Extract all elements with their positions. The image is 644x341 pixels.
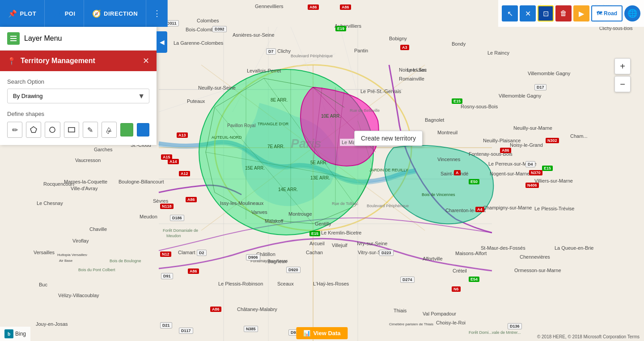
road-badge-e50: E50: [469, 179, 479, 184]
svg-line-15: [340, 27, 362, 112]
direction-button[interactable]: 🧭 DIRECTION: [84, 0, 147, 27]
layer-icon: [7, 32, 20, 45]
huttopia-label: Huttopia Versailles·: [57, 253, 88, 257]
city-bobigny: Bobigny: [389, 36, 407, 41]
zoom-out-button[interactable]: −: [614, 76, 631, 92]
city-villiers-sur-marne: Villiers-sur-Marne: [534, 178, 573, 183]
more-button[interactable]: ⋮: [146, 0, 168, 27]
svg-rect-38: [10, 38, 17, 39]
district-bois-vincennes: Bois de Vincennes: [422, 192, 455, 197]
road-badge-a86-s: A86: [188, 269, 199, 274]
bing-watermark: b Bing: [0, 327, 30, 341]
select-tool-button[interactable]: ⊡: [538, 5, 554, 21]
zoom-in-button[interactable]: +: [614, 58, 631, 74]
road-badge-n6: N6: [452, 286, 461, 292]
view-data-icon: 📊: [303, 330, 310, 337]
circle-button[interactable]: [45, 122, 60, 138]
svg-line-23: [264, 219, 313, 224]
top-toolbar: 📌 PLOT 👤 POI 🧭 DIRECTION ⋮ ↖ ✕ ⊡ 🗑 ▶ 🗺 R…: [0, 0, 644, 27]
color-swatch-green[interactable]: [120, 123, 133, 136]
air-base-label: Air Base: [59, 259, 72, 263]
erase-button[interactable]: [102, 122, 117, 138]
svg-line-29: [206, 152, 356, 179]
left-panel: Layer Menu 📍 Territory Management ✕ Sear…: [0, 27, 157, 145]
plot-button[interactable]: 📌 PLOT: [0, 0, 45, 27]
color-swatch-blue[interactable]: [137, 123, 150, 136]
city-alfortville: Alfortville: [423, 256, 443, 261]
bottom-bar: b Bing 📊 View Data © 2018 HERE, © 2018 M…: [0, 325, 644, 341]
city-arcueil: Arcueil: [309, 241, 325, 246]
zoom-controls: + −: [614, 58, 631, 92]
svg-line-34: [335, 90, 344, 166]
city-velizy: Vélizy-Villacoublay: [58, 293, 99, 298]
cursor-button[interactable]: ↖: [502, 5, 518, 21]
svg-line-12: [159, 54, 335, 112]
svg-line-13: [291, 27, 335, 134]
territory-header: 📍 Territory Management ✕: [0, 51, 157, 71]
view-data-button[interactable]: 📊 View Data: [296, 327, 347, 339]
road-button[interactable]: 🗺 Road: [591, 5, 623, 21]
city-champigny: Champigny-sur-Marne: [483, 205, 532, 210]
road-badge-d17: D17: [534, 84, 547, 90]
toolbar-right: ↖ ✕ ⊡ 🗑 ▶ 🗺 Road 🌐: [498, 0, 644, 27]
plot-icon: 📌: [8, 9, 17, 18]
road-badge-a14: A14: [168, 159, 179, 164]
bing-label: Bing: [15, 331, 26, 337]
city-st-maur: St-Maur-des-Fossés: [481, 245, 525, 251]
forward-button[interactable]: ▶: [573, 5, 589, 21]
draw-pencil-button[interactable]: ✏: [7, 122, 22, 138]
district-jardin: JARDIN DE REUILLY: [369, 168, 408, 172]
create-territory-tooltip[interactable]: Create new territory: [354, 131, 423, 146]
svg-line-28: [215, 107, 313, 224]
city-ormesson: Ormesson-sur-Marne: [514, 268, 561, 273]
svg-point-1: [215, 65, 411, 230]
city-romainville: Romainville: [399, 76, 424, 81]
city-bagnolet: Bagnolet: [425, 117, 444, 123]
svg-line-17: [264, 78, 313, 87]
paris-label: Paris: [291, 136, 322, 151]
search-select[interactable]: By Drawing By Radius By Address: [7, 89, 149, 103]
copyright-text: © 2018 HERE, © 2018 Microsoft Corporatio…: [537, 334, 640, 339]
layer-menu-label: Layer Menu: [24, 34, 62, 43]
city-cham: Cham...: [570, 133, 588, 139]
road-badge-d906: D906: [246, 254, 260, 260]
road-badge-a13: A13: [177, 132, 188, 138]
territory-close-button[interactable]: ✕: [143, 56, 149, 66]
globe-button[interactable]: 🌐: [624, 5, 640, 21]
city-vincennes: Vincennes: [437, 157, 460, 162]
svg-point-41: [50, 127, 55, 132]
city-ivry: Ivry-sur-Seine: [357, 241, 387, 246]
edit-shape-button[interactable]: ✎: [83, 122, 98, 138]
poi-button[interactable]: 👤 POI: [45, 0, 84, 27]
rectangle-button[interactable]: [64, 122, 79, 138]
road-badge-d7: D7: [266, 48, 276, 55]
city-gentilly: Gentilly: [315, 221, 331, 226]
layer-menu[interactable]: Layer Menu: [0, 27, 157, 51]
road-badge-n302: N302: [546, 138, 559, 143]
district-triangle: TRIANGLE D'OR: [258, 122, 288, 126]
district-5e: 5E ARR.: [310, 160, 327, 165]
polygon-button[interactable]: [26, 122, 41, 138]
svg-marker-40: [30, 127, 37, 132]
city-plessis-robinson: Le Plessis-Robinson: [218, 281, 263, 286]
define-shapes-label: Define shapes: [7, 111, 149, 117]
street-belleville: Rue de Belleville: [350, 108, 380, 113]
city-nogent: Nogent-sur-Marne: [490, 171, 530, 176]
close-tool-button[interactable]: ✕: [520, 5, 536, 21]
forest-meudon: Meudon: [166, 234, 181, 238]
district-13e: 13E ARR.: [310, 175, 330, 180]
city-creteil: Créteil: [453, 268, 467, 273]
city-clamart: Clamart: [178, 250, 195, 255]
city-pantin: Pantin: [354, 48, 368, 53]
bing-icon: b: [4, 329, 13, 338]
road-badge-a86-e: A86: [500, 148, 511, 153]
svg-line-14: [233, 27, 277, 112]
direction-label: DIRECTION: [104, 10, 138, 17]
city-sevres: Sèvres: [153, 198, 168, 204]
svg-rect-39: [10, 40, 17, 41]
collapse-panel-button[interactable]: ◀: [157, 31, 167, 53]
road-badge-a86-left: A86: [186, 197, 197, 202]
city-rocquencourt: Rocquencourt·: [43, 181, 76, 187]
road-badge-d4: D4: [525, 161, 535, 167]
delete-button[interactable]: 🗑: [555, 5, 572, 21]
